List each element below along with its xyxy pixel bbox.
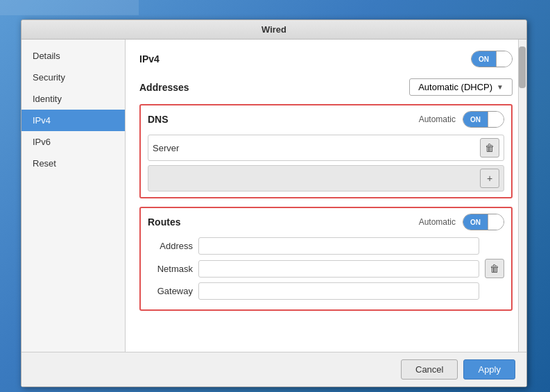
sidebar-item-ipv4[interactable]: IPv4 [22,110,125,131]
dialog-footer: Cancel Apply [22,352,526,386]
ipv4-row: IPv4 ON [139,51,513,67]
dns-label: DNS [148,114,169,125]
dns-add-row: + [148,165,504,191]
address-label: Address [148,241,193,251]
addresses-label: Addresses [139,82,189,93]
dns-header: DNS Automatic ON [148,111,504,128]
addresses-dropdown[interactable]: Automatic (DHCP) ▼ [409,78,513,96]
dns-add-button[interactable]: + [480,169,499,188]
dialog-body: Details Security Identity IPv4 IPv6 Rese… [22,40,526,352]
ipv4-toggle-on-label: ON [472,51,496,67]
addresses-row: Addresses Automatic (DHCP) ▼ [139,78,513,96]
addresses-dropdown-value: Automatic (DHCP) [418,82,492,92]
routes-automatic-label: Automatic [419,217,456,227]
gateway-row: Gateway [148,282,504,300]
scrollbar-track[interactable] [518,40,526,352]
add-icon: + [487,173,492,184]
gateway-label: Gateway [148,286,193,296]
taskbar [0,0,139,15]
sidebar: Details Security Identity IPv4 IPv6 Rese… [22,40,126,352]
routes-header: Routes Automatic ON [148,214,504,230]
routes-toggle[interactable]: ON [463,214,504,230]
routes-section: Routes Automatic ON Address [139,207,513,311]
ipv4-toggle-knob [496,51,512,67]
network-dialog: Wired Details Security Identity IPv4 IPv… [21,19,527,387]
dialog-title: Wired [22,20,526,40]
dns-toggle-container: Automatic ON [419,111,504,128]
sidebar-item-security[interactable]: Security [22,67,125,88]
main-content: IPv4 ON Addresses Automatic (DHCP) ▼ DNS [126,40,526,352]
sidebar-item-details[interactable]: Details [22,45,125,67]
ipv4-toggle[interactable]: ON [471,51,513,67]
address-input[interactable] [198,237,479,255]
routes-toggle-container: Automatic ON [419,214,504,230]
netmask-input[interactable] [198,260,479,278]
server-row: Server 🗑 [148,135,504,161]
apply-button[interactable]: Apply [463,359,515,380]
dns-toggle-knob [488,112,504,127]
server-label: Server [153,143,191,153]
address-row: Address [148,237,504,255]
delete-icon: 🗑 [485,142,495,153]
dns-section: DNS Automatic ON Server 🗑 [139,104,513,198]
netmask-row: Netmask 🗑 [148,259,504,278]
routes-delete-icon: 🗑 [490,263,499,274]
dns-automatic-label: Automatic [419,114,456,124]
server-delete-button[interactable]: 🗑 [480,138,499,157]
ipv4-label: IPv4 [139,53,160,65]
netmask-label: Netmask [148,264,193,274]
routes-label: Routes [148,216,180,228]
sidebar-item-identity[interactable]: Identity [22,88,125,110]
scrollbar-thumb[interactable] [519,46,526,88]
routes-delete-button[interactable]: 🗑 [485,259,504,278]
routes-toggle-on-label: ON [463,214,488,230]
server-input[interactable] [196,143,474,153]
dropdown-arrow-icon: ▼ [497,83,504,91]
dns-toggle[interactable]: ON [463,111,504,128]
cancel-button[interactable]: Cancel [401,359,458,380]
sidebar-item-ipv6[interactable]: IPv6 [22,131,125,153]
sidebar-item-reset[interactable]: Reset [22,153,125,174]
gateway-input[interactable] [198,282,479,300]
dns-toggle-on-label: ON [463,112,488,127]
routes-toggle-knob [488,214,504,230]
